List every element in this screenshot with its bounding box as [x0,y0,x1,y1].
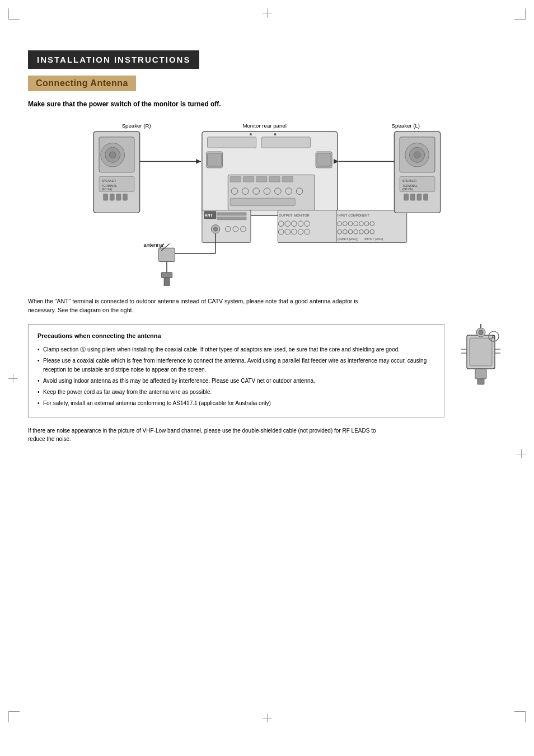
precautions-box: Precautions when connecting the antenna … [28,324,444,418]
corner-mark-br [514,711,526,722]
speaker-r-label: Speaker (R) [122,123,151,129]
svg-point-4 [274,133,277,135]
svg-text:INPUT: INPUT [338,214,348,217]
precautions-title: Precautions when connecting the antenna [38,331,435,341]
svg-text:OUTPUT: OUTPUT [279,214,292,217]
svg-text:COMPONENT: COMPONENT [348,214,369,217]
svg-rect-99 [161,273,172,278]
svg-rect-13 [269,177,280,182]
svg-rect-109 [477,379,484,384]
precaution-item-1: Clamp section Ⓐ using pliers when instal… [38,345,435,354]
svg-rect-100 [164,278,170,286]
svg-rect-22 [230,198,295,206]
svg-rect-77 [123,194,128,200]
svg-text:ANT: ANT [205,213,213,217]
cross-top [263,8,271,17]
svg-rect-90 [424,194,428,200]
svg-point-82 [414,152,420,158]
precautions-list: Clamp section Ⓐ using pliers when instal… [38,345,435,408]
svg-rect-26 [217,212,246,215]
svg-point-106 [479,330,483,335]
svg-text:INPUT (AV1): INPUT (AV1) [364,237,383,241]
precaution-item-4: Keep the power cord as far away from the… [38,388,435,397]
adaptor-svg: A [456,324,506,386]
precaution-item-3: Avoid using indoor antenna as this may b… [38,377,435,386]
svg-rect-75 [110,194,114,200]
precaution-item-5: For safety, install an external antenna … [38,399,435,408]
svg-text:(INPUT (AV2)): (INPUT (AV2)) [338,237,358,241]
svg-rect-8 [317,153,331,166]
footer-text: If there are noise appearance in the pic… [28,426,386,443]
svg-text:SPEAKER: SPEAKER [102,179,116,182]
corner-mark-tr [514,8,526,20]
body-text: When the "ANT" terminal is connected to … [28,297,358,315]
svg-text:A: A [491,334,495,340]
monitor-rear-label: Monitor rear panel [242,123,286,129]
svg-text:SPEAKER: SPEAKER [402,179,416,182]
diagram-container: Speaker (R) Monitor rear panel Speaker (… [28,118,506,286]
svg-point-3 [250,133,252,135]
svg-text:(6Ω 2A): (6Ω 2A) [402,187,413,191]
svg-rect-108 [475,369,486,379]
svg-rect-87 [404,194,409,200]
svg-rect-89 [417,194,421,200]
svg-text:MONITOR: MONITOR [294,214,309,217]
page: INSTALLATION INSTRUCTIONS Connecting Ant… [0,0,534,756]
svg-point-29 [213,227,218,232]
svg-rect-2 [261,137,310,148]
corner-mark-bl [8,711,20,722]
svg-rect-76 [116,194,121,200]
svg-rect-14 [282,177,293,182]
cross-bottom [263,713,271,722]
cross-left [8,374,17,383]
page-title: INSTALLATION INSTRUCTIONS [28,50,199,69]
svg-rect-96 [158,248,175,261]
svg-rect-74 [104,194,108,200]
svg-point-69 [109,152,116,158]
speaker-l-label: Speaker (L) [392,123,420,129]
svg-rect-6 [208,153,222,166]
svg-rect-10 [230,177,241,182]
svg-rect-102 [470,338,492,366]
precaution-item-2: Please use a coaxial cable which is free… [38,356,435,374]
diagram-svg: Speaker (R) Monitor rear panel Speaker (… [77,118,457,286]
svg-text:(6Ω 2A): (6Ω 2A) [102,187,113,191]
svg-rect-11 [243,177,254,182]
adaptor-diagram: A [456,324,506,388]
svg-rect-88 [410,194,415,200]
subtitle: Make sure that the power switch of the m… [28,100,506,108]
svg-rect-1 [208,137,256,148]
precautions-row: Precautions when connecting the antenna … [28,324,506,418]
cross-right [517,449,526,458]
corner-mark-tl [8,8,20,20]
svg-rect-27 [217,217,246,220]
section-title: Connecting Antenna [28,76,136,91]
svg-rect-12 [256,177,267,182]
